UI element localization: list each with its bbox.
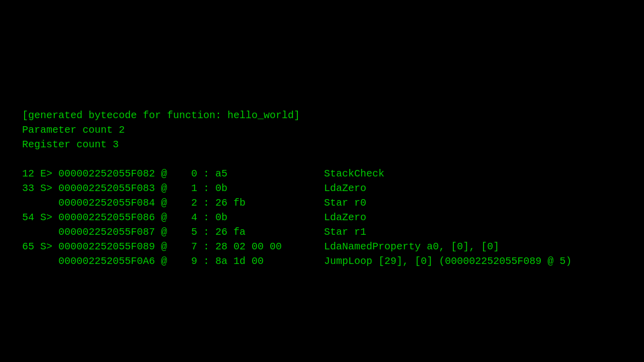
terminal-output: [generated bytecode for function: hello_…: [0, 71, 594, 291]
empty-line-3: [22, 152, 572, 166]
instr1: 12 E> 000002252055F082 @ 0 : a5 StackChe…: [22, 166, 572, 181]
reg-count: Register count 3: [22, 137, 572, 152]
instr2: 33 S> 000002252055F083 @ 1 : 0b LdaZero: [22, 181, 572, 196]
instr6: 65 S> 000002252055F089 @ 7 : 28 02 00 00…: [22, 239, 572, 254]
instr5: 000002252055F087 @ 5 : 26 fa Star r1: [22, 225, 572, 239]
instr7: 000002252055F0A6 @ 9 : 8a 1d 00 JumpLoop…: [22, 254, 572, 268]
header: [generated bytecode for function: hello_…: [22, 108, 572, 123]
param-count: Parameter count 2: [22, 123, 572, 137]
instr4: 54 S> 000002252055F086 @ 4 : 0b LdaZero: [22, 210, 572, 225]
instr3: 000002252055F084 @ 2 : 26 fb Star r0: [22, 196, 572, 210]
